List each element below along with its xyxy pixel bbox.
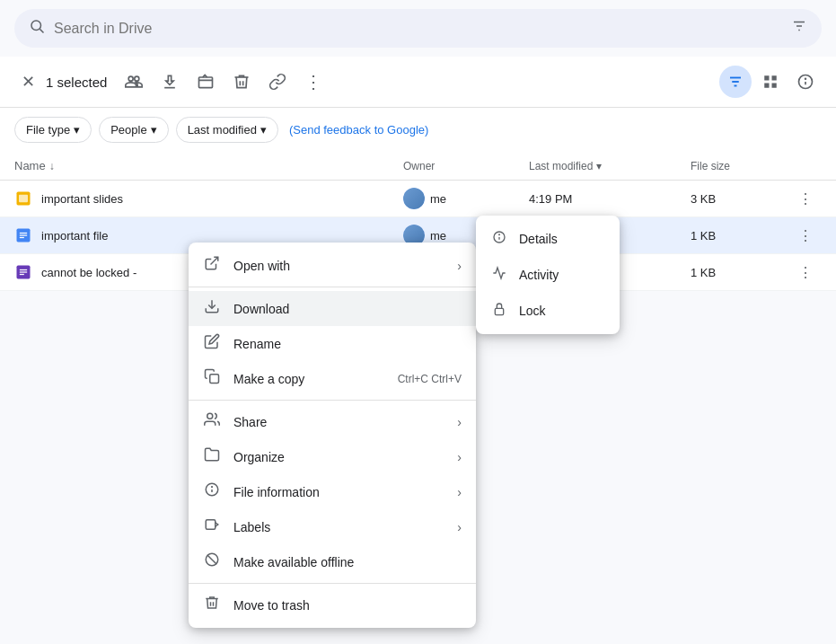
chevron-right-icon: › [457, 259, 462, 273]
rename-menu-item[interactable]: Rename [189, 326, 476, 361]
file-information-menu-item[interactable]: File information › [189, 474, 476, 509]
make-copy-label: Make a copy [233, 372, 304, 386]
chevron-right-icon: › [457, 450, 462, 464]
rename-label: Rename [233, 337, 281, 351]
menu-divider [189, 400, 476, 401]
make-copy-menu-item[interactable]: Make a copy Ctrl+C Ctrl+V [189, 361, 476, 396]
make-offline-label: Make available offline [233, 555, 354, 569]
lock-label: Lock [519, 304, 546, 318]
labels-menu-item[interactable]: Labels › [189, 509, 476, 544]
menu-divider [189, 583, 476, 584]
svg-rect-34 [206, 520, 216, 530]
open-with-icon [203, 255, 221, 276]
make-offline-menu-item[interactable]: Make available offline [189, 544, 476, 579]
details-submenu-item[interactable]: Details [476, 221, 620, 257]
chevron-right-icon: › [457, 520, 462, 534]
download-icon [203, 298, 221, 319]
trash-icon [203, 595, 221, 615]
svg-rect-40 [495, 308, 503, 314]
details-icon [490, 230, 508, 248]
activity-submenu-item[interactable]: Activity [476, 257, 620, 293]
activity-icon [490, 266, 508, 284]
open-with-menu-item[interactable]: Open with › [189, 248, 476, 283]
share-label: Share [233, 415, 267, 429]
organize-menu-item[interactable]: Organize › [189, 439, 476, 474]
label-icon [203, 516, 221, 537]
move-to-trash-label: Move to trash [233, 598, 310, 613]
open-with-label: Open with [233, 259, 290, 273]
download-label: Download [233, 302, 289, 316]
activity-label: Activity [519, 268, 559, 282]
download-menu-item[interactable]: Download [189, 291, 476, 326]
move-to-trash-menu-item[interactable]: Move to trash [189, 587, 476, 622]
chevron-right-icon: › [457, 485, 462, 499]
rename-icon [203, 333, 221, 354]
context-menu: Open with › Download Rename [189, 243, 476, 628]
share-icon [203, 411, 221, 432]
copy-icon [203, 368, 221, 389]
file-information-label: File information [233, 485, 320, 499]
organize-label: Organize [233, 450, 285, 464]
file-information-submenu: Details Activity Lock [476, 216, 620, 334]
offline-icon [203, 551, 221, 572]
svg-line-27 [211, 257, 218, 264]
make-copy-shortcut: Ctrl+C Ctrl+V [398, 373, 462, 385]
organize-icon [203, 446, 221, 467]
lock-icon [490, 302, 508, 320]
lock-submenu-item[interactable]: Lock [476, 293, 620, 329]
chevron-right-icon: › [457, 415, 462, 429]
svg-point-30 [207, 413, 213, 419]
menu-divider [189, 287, 476, 287]
labels-label: Labels [233, 520, 270, 534]
info-circle-icon [203, 481, 221, 502]
svg-line-36 [207, 555, 217, 565]
share-menu-item[interactable]: Share › [189, 404, 476, 439]
svg-rect-29 [210, 375, 219, 384]
details-label: Details [519, 232, 558, 246]
